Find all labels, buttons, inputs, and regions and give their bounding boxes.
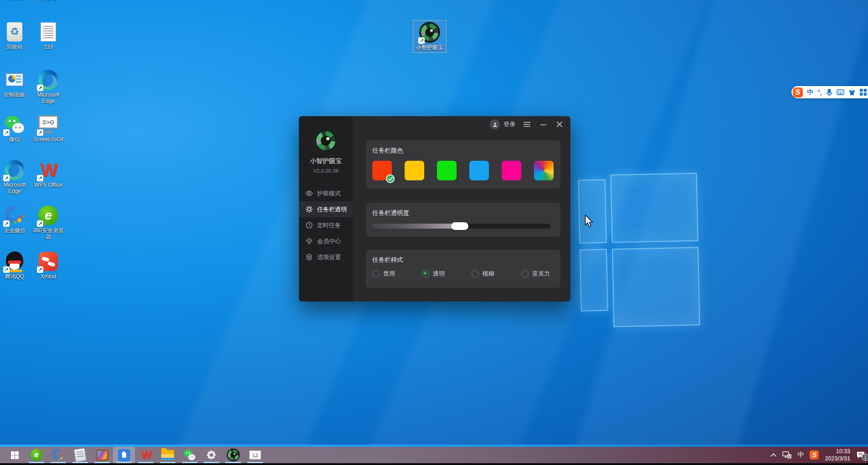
icon-label: Microsoft Edge [32,92,65,105]
tray-expand-button[interactable] [770,453,776,457]
tray-input-indicator[interactable]: 中 [797,451,804,459]
control-panel-icon [5,72,24,87]
desktop-icon-this-pc[interactable]: 此电脑 [0,0,31,0]
style-radio-group: 禁用 透明 模糊 亚克力 [372,270,550,278]
radio-transparent[interactable]: 透明 [422,270,445,278]
desktop-icon-edge-1[interactable]: ↗ Microsoft Edge [32,69,65,105]
shortcut-arrow-icon: ↗ [37,175,43,181]
opacity-slider-fill [372,224,460,229]
taskbar-settings[interactable] [200,447,222,463]
desktop-icon-recycle-bin[interactable]: ♻ 回收站 [0,21,31,50]
wps-icon: W [141,449,151,461]
notepad-icon [74,448,87,462]
icon-label: ScreenToGif [33,136,63,143]
notification-center-button[interactable]: 1 [856,451,865,459]
color-swatch-blue[interactable] [469,161,489,180]
sidebar-item-scheduled-tasks[interactable]: 定时任务 [299,217,353,233]
ime-toolbox-icon[interactable] [860,89,867,96]
desktop-icon-qq-impression[interactable]: QQ影像 [32,0,65,0]
sidebar-item-options[interactable]: 选项设置 [299,249,353,265]
radio-label: 亚克力 [532,270,550,278]
color-swatch-green[interactable] [437,161,457,180]
user-avatar[interactable] [490,119,500,129]
login-button[interactable]: 登录 [503,120,515,128]
desktop-icon-wechat[interactable]: ↗ 微信 [0,114,31,143]
taskbar-file-explorer[interactable] [157,447,179,463]
clock-icon [305,221,313,229]
icon-label: 此电脑 [6,0,23,0]
color-swatch-yellow[interactable] [405,161,424,180]
desktop-icon-screentogif[interactable]: S>G ↗ ScreenToGif [32,114,65,143]
minimize-button[interactable] [538,119,548,129]
ime-language-mode[interactable]: 中 [807,88,813,97]
section-title: 任务栏样式 [372,256,554,264]
taskbar-installer-window[interactable] [244,447,266,463]
desktop-icon-wecom[interactable]: ↗ 企业微信 [0,205,31,234]
text-document-icon [41,22,56,41]
desktop-icon-xmind[interactable]: ↗ Xmind [32,251,65,280]
shortcut-arrow-icon: ↗ [37,266,43,273]
desktop-icon-eyecare-shortcut[interactable]: ↗ 小智护眼宝 [413,20,447,53]
taskbar-photo-viewer[interactable] [91,447,113,463]
logo-pane-top-left [578,179,607,244]
color-swatch-red[interactable] [372,161,392,180]
shortcut-arrow-icon: ↗ [37,220,43,227]
taskbar-wps[interactable]: W [135,447,157,463]
chevron-up-icon [770,453,776,457]
ime-keyboard-icon[interactable] [837,89,844,95]
sogou-logo-icon[interactable]: S [793,87,803,97]
taskbar-wecom[interactable] [47,447,69,463]
ime-mic-icon[interactable] [826,89,832,96]
taskbar: e W [0,447,868,463]
desktop-icon-edge-2[interactable]: ↗ Microsoft Edge [0,159,31,195]
color-swatch-magenta[interactable] [502,161,521,180]
wecom-icon [52,449,64,461]
app-main-panel: 登录 任务栏颜色 [353,116,570,301]
sidebar-item-label: 选项设置 [317,253,341,261]
radio-disable[interactable]: 禁用 [372,270,395,278]
selected-check-icon [386,174,395,183]
tray-clock[interactable]: 10:33 2023/3/31 [825,448,850,463]
taskbar-active-app[interactable] [113,447,135,463]
sidebar-item-eye-mode[interactable]: 护眼模式 [299,185,353,201]
desktop-icon-control-panel[interactable]: 控制面板 [0,69,31,98]
tray-network[interactable] [782,451,791,459]
sidebar-item-label: 任务栏透明 [317,205,347,214]
close-button[interactable] [555,119,565,129]
shortcut-arrow-icon: ↗ [37,85,43,91]
sidebar-item-taskbar-transparency[interactable]: 任务栏透明 [299,201,353,217]
taskbar-eyecare-app[interactable] [222,447,244,463]
icon-label: 微信 [9,136,20,143]
icon-label: 企业微信 [4,227,26,234]
menu-button[interactable] [522,119,532,129]
ime-skin-icon[interactable] [848,89,856,96]
taskbar-opacity-card: 任务栏透明度 [366,203,560,237]
taskbar-360-browser[interactable]: e [26,447,47,463]
gem-icon [305,237,313,245]
tray-sogou-icon[interactable]: S [810,450,819,460]
shortcut-arrow-icon: ↗ [37,129,43,136]
taskbar-notepad[interactable] [69,447,91,463]
desktop-icon-233-document[interactable]: 233 [32,21,65,50]
wechat-icon [184,450,195,460]
desktop-icon-360-browser[interactable]: e ↗ 360安全浏览器 [32,205,65,240]
opacity-slider-thumb[interactable] [451,222,468,230]
start-button[interactable] [4,447,26,463]
window-titlebar: 登录 [490,119,565,129]
logo-pane-bottom-left [580,249,608,312]
radio-blur[interactable]: 模糊 [472,270,494,278]
person-icon [492,122,498,128]
icon-label: 腾讯QQ [5,273,25,280]
taskbar-wechat[interactable] [179,447,200,463]
app-version: V2.0.26.38 [299,168,353,174]
desktop-icon-wps-office[interactable]: W ↗ WPS Office [32,159,65,188]
eyecare-aperture-icon [227,449,240,462]
ime-punctuation-toggle[interactable]: °, [817,89,822,96]
sidebar-item-member-center[interactable]: 会员中心 [299,233,353,249]
radio-acrylic[interactable]: 亚克力 [521,270,550,278]
desktop-icon-tencent-qq[interactable]: ↗ 腾讯QQ [0,251,31,280]
color-swatch-rainbow[interactable] [534,161,554,180]
opacity-slider-track[interactable] [372,224,550,229]
network-icon [782,451,791,459]
sidebar-item-label: 定时任务 [317,221,341,230]
